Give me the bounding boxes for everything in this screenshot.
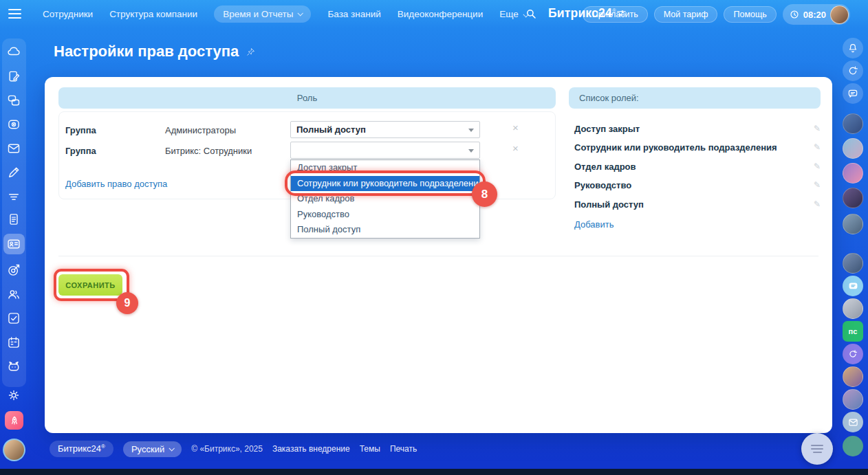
role-list-item: Отдел кадров✎: [574, 160, 821, 173]
row-group-name: Битрикс: Сотрудники: [165, 146, 252, 156]
dropdown-option[interactable]: Полный доступ: [291, 222, 479, 238]
docs-icon[interactable]: [7, 212, 21, 226]
tasks-edit-icon[interactable]: [7, 69, 21, 83]
ps-hexagon-badge[interactable]: пс: [843, 321, 863, 342]
support-chat-icon[interactable]: [843, 83, 863, 104]
edit-pencil-icon[interactable]: ✎: [814, 199, 821, 209]
select-arrow-icon: [468, 149, 474, 153]
profile-avatar[interactable]: [3, 439, 25, 461]
chats-icon[interactable]: [7, 93, 21, 107]
notifications-bell-icon[interactable]: [843, 38, 863, 58]
remove-row-button[interactable]: ×: [512, 122, 519, 133]
divider: [58, 256, 818, 256]
crm-target-icon[interactable]: [7, 263, 21, 277]
role-select-administrators[interactable]: Полный доступ: [290, 121, 480, 138]
mail-icon[interactable]: [7, 142, 21, 155]
edit-pencil-icon[interactable]: ✎: [814, 162, 821, 171]
my-plan-button[interactable]: Мой тариф: [654, 6, 718, 23]
quick-menu-float-button[interactable]: [801, 433, 833, 465]
edit-pencil-icon[interactable]: ✎: [814, 124, 821, 133]
video-call-icon[interactable]: [7, 118, 21, 131]
mail-widget-icon[interactable]: [843, 412, 863, 432]
edit-pencil-icon[interactable]: ✎: [814, 180, 821, 190]
todo-check-icon[interactable]: [7, 311, 21, 325]
roles-list-header: Список ролей:: [569, 87, 821, 109]
nav-item-employees[interactable]: Сотрудники: [43, 9, 93, 19]
history-refresh-icon[interactable]: [843, 60, 863, 81]
add-access-right-link[interactable]: Добавить право доступа: [65, 179, 167, 189]
hamburger-menu-icon[interactable]: [8, 9, 21, 19]
bitrix24-app: Сотрудники Структура компании Время и От…: [0, 0, 868, 475]
nav-item-knowledge-base[interactable]: База знаний: [327, 9, 380, 19]
nav-item-company-structure[interactable]: Структура компании: [109, 9, 197, 19]
nav-item-time-reports[interactable]: Время и Отчеты: [214, 5, 311, 23]
cat-avatar[interactable]: [843, 298, 863, 319]
dropdown-option[interactable]: Доступ закрыт: [291, 160, 479, 176]
group-avatar[interactable]: [843, 366, 863, 387]
search-icon[interactable]: [525, 8, 537, 20]
role-column-header: Роль: [58, 87, 556, 109]
contact-avatar[interactable]: [843, 389, 863, 410]
chevron-down-icon: [298, 10, 303, 16]
settings-gear-icon[interactable]: [7, 388, 21, 402]
remove-row-button[interactable]: ×: [512, 143, 519, 153]
chat-widget-icon[interactable]: [843, 276, 863, 296]
footer-brand-badge[interactable]: Битрикс24®: [50, 441, 113, 456]
contact-avatar[interactable]: [843, 436, 863, 456]
calendar-icon[interactable]: [7, 335, 21, 349]
worktime-widget[interactable]: 08:20: [783, 4, 850, 25]
row-entity-label: Группа: [65, 125, 96, 135]
language-selector[interactable]: Русский: [123, 441, 182, 457]
nav-item-label: Время и Отчеты: [223, 9, 293, 19]
add-role-link[interactable]: Добавить: [574, 219, 614, 230]
dropdown-option-highlighted[interactable]: Сотрудник или руководитель подразделения: [291, 176, 479, 192]
annotation-badge-step8: 8: [472, 181, 497, 207]
sign-pencil-icon[interactable]: [7, 166, 21, 179]
copyright-text: © «Битрикс», 2025: [191, 444, 263, 454]
people-icon[interactable]: [7, 287, 21, 301]
contact-avatar[interactable]: [843, 253, 863, 274]
boost-rocket-icon[interactable]: [5, 411, 23, 430]
footer: Битрикс24® Русский © «Битрикс», 2025 Зак…: [50, 440, 417, 458]
pin-icon[interactable]: [246, 47, 256, 57]
left-sidebar: [0, 27, 28, 475]
footer-link-themes[interactable]: Темы: [360, 444, 380, 454]
edit-pencil-icon[interactable]: ✎: [814, 142, 821, 152]
role-select-value: Полный доступ: [296, 124, 366, 135]
contact-avatar[interactable]: [843, 188, 863, 208]
sync-circle-icon[interactable]: [843, 344, 863, 364]
role-list-item: Руководство✎: [574, 179, 821, 191]
contact-avatar[interactable]: [843, 163, 863, 184]
role-dropdown-list: Доступ закрыт Сотрудник или руководитель…: [290, 159, 480, 239]
role-list-item: Полный доступ✎: [574, 198, 821, 210]
nav-item-more[interactable]: Еще: [499, 9, 527, 19]
footer-link-print[interactable]: Печать: [390, 444, 417, 454]
nav-item-video-conferences[interactable]: Видеоконференции: [398, 9, 483, 19]
footer-link-implementation[interactable]: Заказать внедрение: [272, 444, 350, 454]
page-title-text: Настройки прав доступа: [54, 43, 239, 60]
contact-avatar[interactable]: [843, 113, 863, 134]
user-avatar[interactable]: [830, 5, 849, 24]
ai-robot-icon[interactable]: [7, 360, 21, 373]
contact-avatar[interactable]: [843, 138, 863, 159]
hr-card-icon[interactable]: [7, 237, 21, 251]
topbar-actions: Пригласить Мой тариф Помощь 08:20: [583, 4, 850, 25]
dropdown-option[interactable]: Отдел кадров: [291, 191, 479, 207]
row-group-name: Администраторы: [165, 125, 236, 135]
row-entity-label: Группа: [65, 146, 96, 156]
annotation-badge-step9: 9: [116, 292, 138, 314]
main-nav: Сотрудники Структура компании Время и От…: [43, 0, 528, 27]
save-button[interactable]: СОХРАНИТЬ: [58, 274, 122, 296]
feed-broadcast-icon[interactable]: [7, 190, 21, 203]
contact-avatar[interactable]: [843, 214, 863, 234]
top-bar: Сотрудники Структура компании Время и От…: [0, 0, 868, 27]
role-select-employees[interactable]: [290, 142, 480, 159]
ps-label: пс: [849, 327, 858, 335]
clock-icon: [790, 10, 799, 19]
help-button[interactable]: Помощь: [724, 6, 776, 23]
messenger-cloud-icon[interactable]: [7, 45, 21, 58]
bottom-dark-strip: [0, 469, 868, 475]
dropdown-option[interactable]: Руководство: [291, 207, 479, 223]
worktime-clock: 08:20: [803, 10, 826, 20]
invite-button[interactable]: Пригласить: [583, 6, 648, 23]
